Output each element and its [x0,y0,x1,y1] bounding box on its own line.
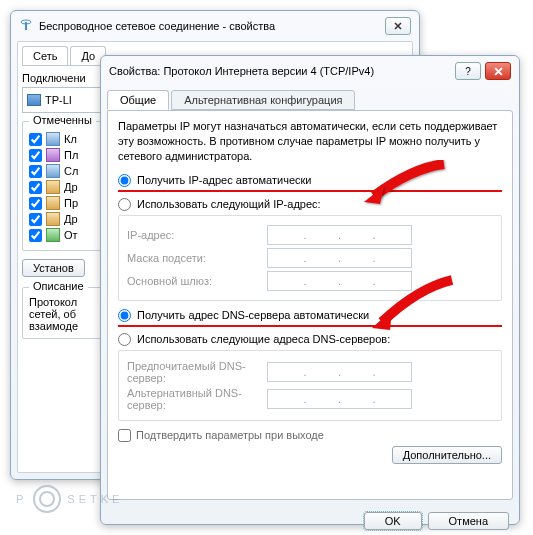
window-title: Свойства: Протокол Интернета версии 4 (T… [109,65,451,77]
radio-ip-auto[interactable] [118,174,131,187]
confirm-checkbox[interactable] [118,429,131,442]
component-icon [46,180,60,194]
component-checkbox[interactable] [29,229,42,242]
svg-rect-0 [25,22,27,30]
radio-row: Использовать следующий IP-адрес: [118,198,502,211]
radio-dns-auto[interactable] [118,309,131,322]
gateway-label: Основной шлюз: [127,275,267,287]
radio-ip-auto-label: Получить IP-адрес автоматически [137,174,311,186]
ip-address-field [267,225,412,245]
component-icon [46,164,60,178]
subnet-mask-label: Маска подсети: [127,252,267,264]
component-checkbox[interactable] [29,197,42,210]
radio-dns-manual-label: Использовать следующие адреса DNS-сервер… [137,333,390,345]
radio-ip-manual[interactable] [118,198,131,211]
info-text: Параметры IP могут назначаться автоматич… [118,119,502,164]
description-legend: Описание [29,280,88,292]
confirm-row: Подтвердить параметры при выходе [118,429,502,442]
component-checkbox[interactable] [29,213,42,226]
component-checkbox[interactable] [29,133,42,146]
component-icon [46,148,60,162]
radio-row: Получить адрес DNS-сервера автоматически [118,309,502,322]
component-checkbox[interactable] [29,165,42,178]
nic-icon [27,94,41,106]
dialog-footer: OK Отмена [101,506,519,535]
ipv4-properties-window: Свойства: Протокол Интернета версии 4 (T… [100,55,520,525]
cancel-button[interactable]: Отмена [428,512,509,530]
help-button[interactable]: ? [455,62,481,80]
watermark-ring-icon [33,485,61,513]
general-pane: Параметры IP могут назначаться автоматич… [107,110,513,500]
window-title: Беспроводное сетевое соединение - свойст… [39,20,381,32]
radio-row: Получить IP-адрес автоматически [118,174,502,187]
close-button[interactable] [385,17,411,35]
radio-dns-manual[interactable] [118,333,131,346]
radio-dns-auto-label: Получить адрес DNS-сервера автоматически [137,309,369,321]
tabstrip: Общие Альтернативная конфигурация [101,86,519,110]
network-icon [19,19,33,33]
ok-button[interactable]: OK [364,512,422,530]
radio-ip-manual-label: Использовать следующий IP-адрес: [137,198,321,210]
subnet-mask-field [267,248,412,268]
highlight-underline [118,190,502,192]
components-legend: Отмеченны [29,114,96,126]
component-checkbox[interactable] [29,149,42,162]
titlebar: Свойства: Протокол Интернета версии 4 (T… [101,56,519,86]
adapter-name: TP-LI [45,94,72,106]
preferred-dns-field [267,362,412,382]
alternate-dns-field [267,389,412,409]
component-icon [46,212,60,226]
titlebar: Беспроводное сетевое соединение - свойст… [11,11,419,41]
tab-network[interactable]: Сеть [22,46,68,65]
install-button[interactable]: Установ [22,259,85,277]
radio-row: Использовать следующие адреса DNS-сервер… [118,333,502,346]
manual-ip-group: IP-адрес: Маска подсети: Основной шлюз: [118,215,502,301]
alternate-dns-label: Альтернативный DNS-сервер: [127,387,267,411]
close-button[interactable] [485,62,511,80]
ip-address-label: IP-адрес: [127,229,267,241]
highlight-underline [118,325,502,327]
component-checkbox[interactable] [29,181,42,194]
component-icon [46,228,60,242]
tab-alt-config[interactable]: Альтернативная конфигурация [171,90,355,110]
tab-general[interactable]: Общие [107,90,169,110]
manual-dns-group: Предпочитаемый DNS-сервер: Альтернативны… [118,350,502,421]
gateway-field [267,271,412,291]
component-icon [46,196,60,210]
advanced-button[interactable]: Дополнительно... [392,446,502,464]
component-icon [46,132,60,146]
confirm-label: Подтвердить параметры при выходе [136,429,324,441]
preferred-dns-label: Предпочитаемый DNS-сервер: [127,360,267,384]
